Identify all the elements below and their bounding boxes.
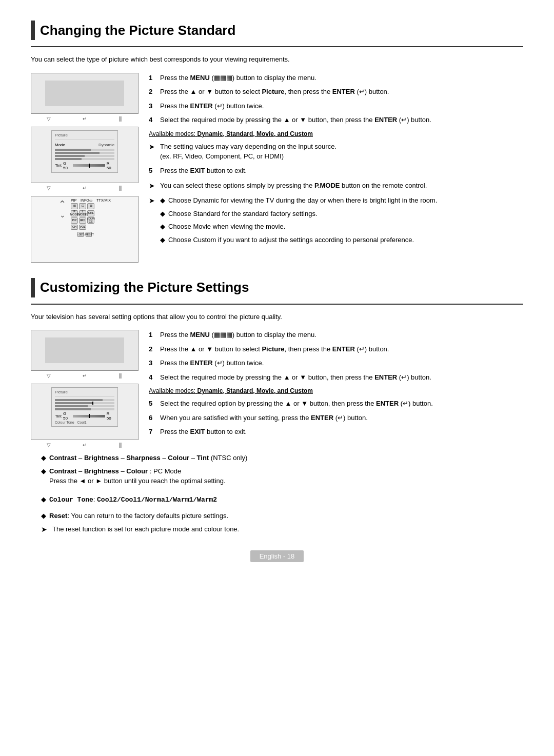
step1-4: 4 Select the required mode by pressing t… (149, 115, 523, 125)
arrow-sym2: ➤ (149, 181, 157, 191)
step2-1-text: Press the MENU (▦▦▦) button to display t… (160, 330, 523, 340)
remote-pmode-btn: PMODE (71, 210, 78, 216)
colour-sym: ◆ (41, 494, 46, 505)
colour-tone-text: Colour Tone: Cool2/Cool1/Normal/Warm1/Wa… (49, 494, 217, 505)
section1-divider (31, 46, 523, 47)
section1-intro: You can select the type of picture which… (31, 54, 523, 65)
section1-left-col: ▽ ↵ ||| Picture ModeDynamic (31, 73, 138, 263)
bullet4-text: Choose Custom if you want to adjust the … (168, 235, 414, 245)
footer4-icon3: ||| (118, 442, 123, 448)
remote-reset-btn: ○RESET (86, 232, 92, 237)
remote-dual-btn: ⊞⊡ (79, 217, 86, 224)
step2-3-text: Press the ENTER (↵) button twice. (160, 358, 523, 368)
footer-icon1: ▽ (47, 116, 51, 122)
step2-2-text: Press the ▲ or ▼ button to select Pictur… (160, 344, 523, 354)
step1-3-text: Press the ENTER (↵) button twice. (160, 101, 523, 111)
remote-pip-btn: ⊞ (71, 203, 78, 209)
bullet3: ◆ Choose Movie when viewing the movie. (160, 222, 437, 232)
section2-intro: Your television has several setting opti… (31, 312, 523, 322)
bottom-sym2: ◆ (41, 466, 46, 486)
menu-screen-mode: Picture ModeDynamic Tint (51, 130, 118, 173)
avail-modes2-label: Available modes: (149, 387, 195, 394)
step2-3: 3 Press the ENTER (↵) button twice. (149, 358, 523, 368)
step2-5-num: 5 (149, 399, 156, 409)
avail-custom: Custom (290, 130, 313, 137)
step2-6-text: When you are satisfied with your setting… (160, 413, 523, 423)
footer-icon3: ||| (118, 116, 123, 122)
reset-note-text: The reset function is set for each pictu… (52, 524, 239, 535)
step1-4-num: 4 (149, 115, 156, 125)
step1-3: 3 Press the ENTER (↵) button twice. (149, 101, 523, 111)
step2-1: 1 Press the MENU (▦▦▦) button to display… (149, 330, 523, 340)
section2-left-col: ▽ ↵ ||| Picture (31, 330, 138, 448)
step2-7-num: 7 (149, 427, 156, 437)
section2-content: ▽ ↵ ||| Picture (31, 330, 523, 448)
remote-pip2-btn: PIP (71, 217, 78, 224)
section2-right-col: 1 Press the MENU (▦▦▦) button to display… (149, 330, 523, 448)
step2-4-text: Select the required mode by pressing the… (160, 372, 523, 383)
screen2-mode: Picture ModeDynamic Tint (31, 127, 138, 191)
remote-set-btn: ○SET (77, 232, 84, 237)
remote-vol-btn: VOL (79, 225, 86, 230)
note-values-vary: ➤ The setting values may vary depending … (149, 142, 523, 162)
footer-badge: English - 18 (250, 550, 304, 562)
section-customizing-picture: Customizing the Picture Settings Your te… (31, 278, 523, 535)
tint-row2: Tint G 50 R 50 (55, 411, 114, 421)
step2-5-text: Select the required option by pressing t… (160, 399, 523, 409)
bottom-bullet1: ◆ Contrast – Brightness – Sharpness – Co… (41, 453, 523, 463)
arrow-sym3: ➤ (149, 195, 157, 248)
bottom-bullet2: ◆ Contrast – Brightness – Colour : PC Mo… (41, 466, 523, 486)
footer3-icon1: ▽ (47, 373, 51, 379)
bullet-sym3: ◆ (160, 222, 165, 232)
step2-2-num: 2 (149, 344, 156, 354)
step2-1-num: 1 (149, 330, 156, 340)
bottom-bullet2-text: Contrast – Brightness – Colour : PC Mode… (49, 466, 226, 486)
step2-7-text: Press the EXIT button to exit. (160, 427, 523, 437)
step1-3-num: 3 (149, 101, 156, 111)
remote-lmode-btn: LMODE (79, 210, 86, 216)
remote-control: ⌃ ⌄ PIP INFO▭ TTX/MIX ⊞ ⊡ ⊠ PMODE (31, 196, 138, 263)
bullet-sym2: ◆ (160, 209, 165, 219)
remote-source-btn: SOURCE (87, 217, 94, 224)
step1-5: 5 Press the EXIT button to exit. (149, 166, 523, 176)
screen3-blank: ▽ ↵ ||| (31, 330, 138, 379)
bottom-bullet1-text: Contrast – Brightness – Sharpness – Colo… (49, 453, 247, 463)
screen4-settings: Picture Tint G 50 (31, 384, 138, 448)
footer3-icon3: ||| (118, 373, 123, 379)
arrow-sym-reset: ➤ (41, 524, 49, 535)
bullet1-text: Choose Dynamic for viewing the TV during… (168, 195, 437, 206)
screen4-footer: ▽ ↵ ||| (31, 442, 138, 448)
step1-1-text: Press the MENU (▦▦▦) button to display t… (160, 73, 523, 83)
bullet1: ◆ Choose Dynamic for viewing the TV duri… (160, 195, 437, 206)
section1-steps-list: 1 Press the MENU (▦▦▦) button to display… (149, 73, 523, 125)
bullet-sym1: ◆ (160, 195, 165, 206)
section2-bottom-notes: ◆ Contrast – Brightness – Sharpness – Co… (31, 453, 523, 535)
screen1-blank: ▽ ↵ ||| (31, 73, 138, 122)
menu-screen-settings: Picture Tint G 50 (51, 387, 118, 427)
avail2-dynamic: Dynamic (197, 387, 223, 394)
section2-title: Customizing the Picture Settings (40, 280, 249, 295)
section1-header: Changing the Picture Standard (31, 21, 523, 40)
note-values-text: The setting values may vary depending on… (160, 142, 337, 162)
bottom-sym1: ◆ (41, 453, 46, 463)
remote-stil-btn: STIL (87, 210, 94, 216)
remote-info-btn: ⊡ (79, 203, 86, 209)
section2-steps-567: 5 Select the required option by pressing… (149, 399, 523, 437)
page-footer: English - 18 (31, 550, 523, 562)
section1-title: Changing the Picture Standard (40, 23, 235, 38)
avail-modes-label: Available modes: (149, 130, 195, 137)
section1-content: ▽ ↵ ||| Picture ModeDynamic (31, 73, 523, 263)
remote-top-section: ⌃ ⌄ PIP INFO▭ TTX/MIX ⊞ ⊡ ⊠ PMODE (58, 198, 111, 230)
step2-4: 4 Select the required mode by pressing t… (149, 372, 523, 383)
footer3-icon2: ↵ (83, 373, 87, 379)
reset-sym: ◆ (41, 511, 46, 521)
step1-5-text: Press the EXIT button to exit. (160, 166, 523, 176)
bullet2-text: Choose Standard for the standard factory… (168, 209, 318, 219)
remote-row1: ⊞ ⊡ ⊠ PMODE LMODE STIL PIP ⊞⊡ SOURCE (71, 203, 111, 224)
step2-6: 6 When you are satisfied with your setti… (149, 413, 523, 423)
screen2-footer: ▽ ↵ ||| (31, 185, 138, 191)
footer2-icon2: ↵ (83, 185, 87, 191)
avail-movie: Movie (256, 130, 274, 137)
step2-6-num: 6 (149, 413, 156, 423)
remote-ttx-btn: ⊠ (87, 203, 94, 209)
